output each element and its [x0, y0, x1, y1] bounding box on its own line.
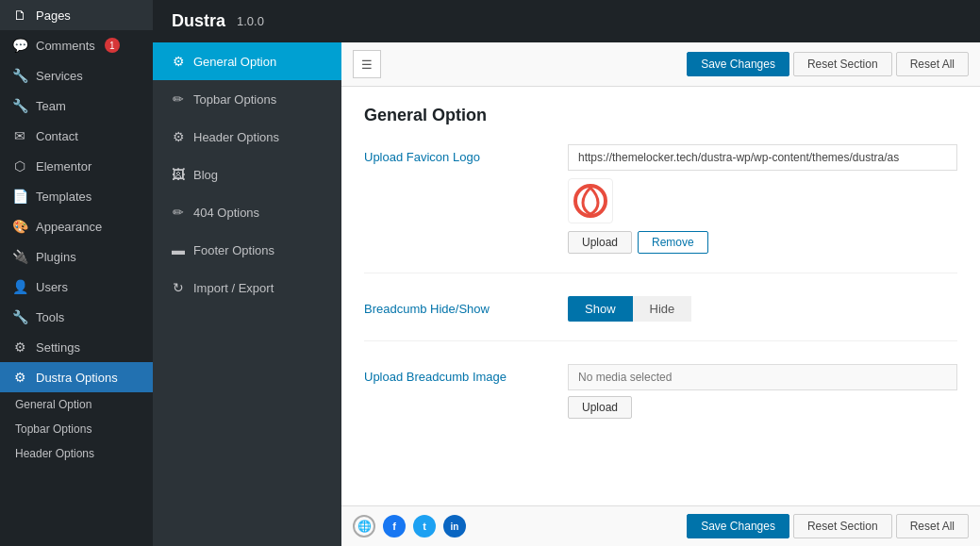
comments-icon: 💬	[11, 38, 28, 53]
reset-section-button-bottom[interactable]: Reset Section	[793, 514, 892, 538]
tab-topbar-options[interactable]: ✏ Topbar Options	[153, 80, 341, 118]
tab-blog[interactable]: 🖼 Blog	[153, 156, 341, 193]
favicon-control: Upload Remove	[568, 144, 957, 254]
svg-point-0	[575, 186, 606, 216]
save-changes-button-bottom[interactable]: Save Changes	[687, 514, 789, 538]
sidebar-item-label: Plugins	[36, 250, 76, 264]
submenu-header-options[interactable]: Header Options	[0, 441, 153, 466]
sidebar-item-comments[interactable]: 💬 Comments 1	[0, 30, 153, 60]
linkedin-icon[interactable]: in	[443, 515, 466, 538]
appearance-icon: 🎨	[11, 219, 28, 234]
favicon-field-row: Upload Favicon Logo Upload R	[364, 144, 957, 273]
templates-icon: 📄	[11, 189, 28, 204]
breadcrumb-image-label: Upload Breadcumb Image	[364, 364, 553, 384]
sidebar-item-elementor[interactable]: ⬡ Elementor	[0, 151, 153, 181]
elementor-icon: ⬡	[11, 158, 28, 174]
sidebar-item-dustra-options[interactable]: ⚙ Dustra Options	[0, 362, 153, 392]
team-icon: 🔧	[11, 98, 28, 113]
submenu-general-option[interactable]: General Option	[0, 392, 153, 417]
tab-header-options[interactable]: ⚙ Header Options	[153, 118, 341, 156]
sidebar-item-label: Users	[36, 280, 68, 294]
site-name: Dustra	[172, 11, 225, 31]
pages-icon: 🗋	[11, 8, 28, 23]
comments-badge: 1	[105, 38, 120, 53]
breadcrumb-toggle: Show Hide	[568, 296, 957, 322]
twitter-icon[interactable]: t	[413, 515, 436, 538]
submenu-label: General Option	[15, 398, 91, 411]
sidebar-item-label: Team	[36, 99, 66, 113]
breadcrumb-image-field-row: Upload Breadcumb Image Upload	[364, 364, 957, 438]
favicon-remove-button[interactable]: Remove	[638, 231, 708, 254]
sidebar-item-team[interactable]: 🔧 Team	[0, 91, 153, 121]
favicon-upload-button[interactable]: Upload	[568, 231, 632, 254]
main-area: Dustra 1.0.0 ⚙ General Option ✏ Topbar O…	[153, 0, 980, 546]
sidebar-item-label: Settings	[36, 340, 80, 355]
breadcrumb-label: Breadcumb Hide/Show	[364, 296, 553, 316]
sidebar-item-label: Tools	[36, 310, 64, 324]
tab-label: Topbar Options	[193, 92, 276, 107]
submenu-label: Header Options	[15, 447, 94, 460]
sidebar-item-settings[interactable]: ⚙ Settings	[0, 332, 153, 362]
dustra-options-icon: ⚙	[11, 370, 28, 385]
favicon-url-input[interactable]	[568, 144, 957, 171]
reset-all-button-bottom[interactable]: Reset All	[896, 514, 969, 538]
sidebar-item-appearance[interactable]: 🎨 Appearance	[0, 211, 153, 241]
globe-icon[interactable]: 🌐	[353, 515, 375, 538]
submenu-label: Topbar Options	[15, 422, 91, 436]
sidebar-item-contact[interactable]: ✉ Contact	[0, 121, 153, 151]
social-icons: 🌐 f t in	[353, 515, 466, 538]
tools-icon: 🔧	[11, 309, 28, 324]
settings-content: General Option Upload Favicon Logo	[341, 87, 980, 505]
tab-import-export[interactable]: ↻ Import / Export	[153, 269, 341, 306]
save-changes-button-top[interactable]: Save Changes	[687, 52, 789, 76]
breadcrumb-image-input[interactable]	[568, 364, 957, 390]
plugins-icon: 🔌	[11, 249, 28, 264]
tab-label: General Option	[193, 55, 276, 69]
sidebar-item-plugins[interactable]: 🔌 Plugins	[0, 241, 153, 272]
sidebar-item-services[interactable]: 🔧 Services	[0, 60, 153, 91]
tab-label: 404 Options	[193, 206, 259, 220]
sidebar-item-label: Dustra Options	[36, 371, 118, 385]
breadcrumb-image-upload-button[interactable]: Upload	[568, 396, 632, 419]
sidebar-item-tools[interactable]: 🔧 Tools	[0, 302, 153, 332]
reset-all-button-top[interactable]: Reset All	[896, 52, 969, 76]
reset-section-button-top[interactable]: Reset Section	[793, 52, 892, 76]
sidebar: 🗋 Pages 💬 Comments 1 🔧 Services 🔧 Team ✉…	[0, 0, 153, 546]
contact-icon: ✉	[11, 128, 28, 143]
sidebar-item-pages[interactable]: 🗋 Pages	[0, 0, 153, 30]
content-area: ⚙ General Option ✏ Topbar Options ⚙ Head…	[153, 42, 980, 546]
sidebar-item-users[interactable]: 👤 Users	[0, 272, 153, 302]
favicon-btn-row: Upload Remove	[568, 231, 957, 254]
tab-404-options[interactable]: ✏ 404 Options	[153, 193, 341, 231]
facebook-icon[interactable]: f	[383, 515, 406, 538]
bottom-toolbar: 🌐 f t in Save Changes Reset Section Rese…	[341, 505, 980, 546]
site-version: 1.0.0	[237, 14, 264, 28]
tab-label: Blog	[193, 168, 218, 182]
breadcrumb-field-row: Breadcumb Hide/Show Show Hide	[364, 296, 957, 341]
favicon-svg	[573, 184, 607, 218]
services-icon: 🔧	[11, 68, 28, 83]
tab-general-option[interactable]: ⚙ General Option	[153, 42, 341, 80]
tab-blog-icon: 🖼	[171, 167, 186, 182]
tab-footer-icon: ▬	[171, 242, 186, 257]
favicon-preview	[568, 178, 613, 223]
tabs-panel: ⚙ General Option ✏ Topbar Options ⚙ Head…	[153, 42, 341, 546]
users-icon: 👤	[11, 279, 28, 294]
submenu-topbar-options[interactable]: Topbar Options	[0, 417, 153, 441]
favicon-label: Upload Favicon Logo	[364, 144, 553, 164]
top-toolbar: ☰ Save Changes Reset Section Reset All	[341, 42, 980, 87]
sidebar-item-label: Comments	[36, 39, 95, 53]
sidebar-item-templates[interactable]: 📄 Templates	[0, 181, 153, 211]
grid-icon[interactable]: ☰	[353, 50, 381, 78]
tab-label: Header Options	[193, 130, 279, 144]
settings-icon: ⚙	[11, 339, 28, 355]
tab-404-icon: ✏	[171, 205, 186, 220]
breadcrumb-show-button[interactable]: Show	[568, 296, 633, 322]
settings-title: General Option	[364, 106, 957, 125]
breadcrumb-hide-button[interactable]: Hide	[633, 296, 692, 322]
sidebar-item-label: Pages	[36, 8, 71, 23]
sidebar-item-label: Services	[36, 69, 83, 83]
settings-panel: ☰ Save Changes Reset Section Reset All G…	[341, 42, 980, 546]
tab-footer-options[interactable]: ▬ Footer Options	[153, 231, 341, 269]
tab-topbar-icon: ✏	[171, 91, 186, 107]
